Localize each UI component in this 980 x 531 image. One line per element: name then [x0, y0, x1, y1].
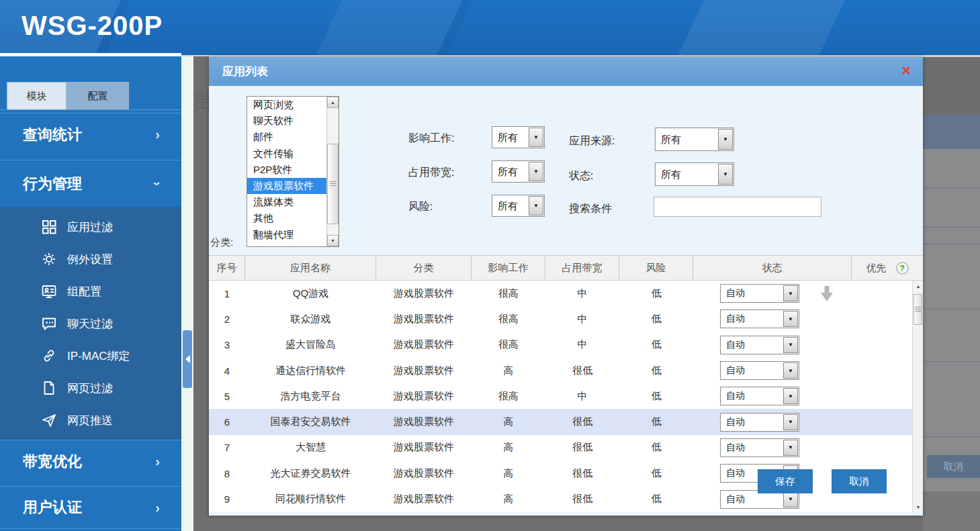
scroll-down-icon[interactable]: ▼	[327, 235, 339, 246]
table-row[interactable]: 9 同花顺行情软件 游戏股票软件 高 很低 低 自动▼	[209, 486, 923, 512]
scrollbar-thumb[interactable]	[914, 294, 922, 325]
sidebar-section-behavior-mgmt[interactable]: 行为管理 ›	[0, 160, 181, 207]
dropdown-arrow-icon[interactable]: ▼	[783, 491, 798, 508]
list-item[interactable]: P2P软件	[247, 162, 327, 178]
screen: WSG-200P 模块 配置 查询统计 › 行为管理 › 应用过滤 例外设置	[0, 0, 980, 531]
tab-config[interactable]: 配置	[66, 82, 129, 110]
risk-filter-select[interactable]: 所有 ▼	[492, 195, 545, 217]
col-header-seq: 序号	[209, 256, 245, 280]
search-label: 搜索条件	[569, 202, 612, 216]
help-icon[interactable]: ?	[896, 262, 909, 275]
scroll-down-icon[interactable]: ▼	[913, 501, 924, 512]
dimmed-background-right: 取消	[923, 57, 980, 531]
dropdown-arrow-icon[interactable]: ▼	[783, 363, 798, 379]
dimmed-background-bottom	[193, 516, 923, 531]
save-button[interactable]: 保存	[758, 469, 813, 493]
dialog-titlebar: 应用列表 ×	[209, 57, 923, 86]
status-select[interactable]: 自动▼	[720, 309, 799, 328]
list-item[interactable]: 邮件	[247, 129, 327, 145]
priority-down-icon[interactable]	[819, 285, 834, 303]
select-value: 所有	[498, 199, 518, 212]
status-filter-select[interactable]: 所有 ▼	[655, 162, 734, 186]
sidebar-gutter	[181, 56, 193, 531]
table-row[interactable]: 1 QQ游戏 游戏股票软件 很高 中 低 自动▼	[209, 281, 923, 306]
table-row[interactable]: 4 通达信行情软件 游戏股票软件 高 很低 低 自动▼	[209, 358, 923, 383]
status-select[interactable]: 自动▼	[720, 361, 799, 380]
impact-filter-select[interactable]: 所有 ▼	[492, 126, 545, 148]
bandwidth-filter-select[interactable]: 所有 ▼	[492, 160, 545, 183]
status-select[interactable]: 自动▼	[720, 387, 799, 405]
sidebar-section-user-auth[interactable]: 用户认证 ›	[0, 486, 181, 529]
scroll-up-icon[interactable]: ▲	[327, 97, 339, 108]
list-item[interactable]: 未知分类	[247, 243, 327, 246]
dropdown-arrow-icon[interactable]: ▼	[783, 440, 798, 456]
sidebar-item-label: 网页推送	[67, 413, 113, 428]
dropdown-arrow-icon[interactable]: ▼	[783, 414, 798, 430]
sidebar-item-app-filter[interactable]: 应用过滤	[0, 213, 181, 240]
app-list-dialog: 应用列表 × 网页浏览 聊天软件 邮件 文件传输 P2P软件 游戏股票软件 流媒…	[209, 57, 923, 516]
cancel-button[interactable]: 取消	[832, 469, 887, 493]
col-header-category: 分类	[376, 256, 472, 280]
table-row[interactable]: 8 光大证券交易软件 游戏股票软件 高 很低 低 自动▼	[209, 461, 923, 486]
table-scrollbar[interactable]: ▲ ▼	[912, 281, 923, 512]
status-select[interactable]: 自动▼	[720, 336, 799, 354]
dropdown-arrow-icon[interactable]: ▼	[718, 164, 733, 185]
col-header-bandwidth: 占用带宽	[545, 256, 619, 280]
search-input[interactable]	[654, 197, 821, 217]
grid-icon	[40, 218, 58, 236]
id-card-icon	[40, 283, 58, 300]
list-item[interactable]: 其他	[247, 210, 327, 226]
col-header-name: 应用名称	[245, 256, 376, 280]
dropdown-arrow-icon[interactable]: ▼	[783, 388, 798, 404]
sidebar-section-query-stats[interactable]: 查询统计 ›	[0, 113, 181, 156]
dropdown-arrow-icon[interactable]: ▼	[783, 285, 798, 301]
select-value: 所有	[498, 131, 518, 144]
dimmed-panel	[923, 57, 980, 115]
dropdown-arrow-icon[interactable]: ▼	[783, 337, 798, 353]
table-row[interactable]: 3 盛大冒险岛 游戏股票软件 很高 中 低 自动▼	[209, 332, 923, 358]
status-select[interactable]: 自动▼	[720, 284, 799, 303]
chevron-right-icon: ›	[155, 454, 160, 469]
list-item[interactable]: 网页浏览	[247, 97, 327, 113]
dropdown-arrow-icon[interactable]: ▼	[783, 311, 798, 327]
scroll-up-icon[interactable]: ▲	[913, 281, 924, 291]
list-item[interactable]: 翻墙代理	[247, 227, 327, 243]
dropdown-arrow-icon[interactable]: ▼	[529, 196, 543, 215]
sidebar-item-label: 应用过滤	[67, 220, 113, 235]
save-button-label: 保存	[775, 475, 795, 488]
list-item[interactable]: 流媒体类	[247, 194, 327, 210]
category-label: 分类:	[210, 236, 233, 249]
list-item[interactable]: 文件传输	[247, 146, 327, 162]
source-filter-select[interactable]: 所有 ▼	[655, 128, 734, 151]
list-item-selected[interactable]: 游戏股票软件	[247, 178, 327, 194]
dropdown-arrow-icon[interactable]: ▼	[529, 162, 543, 181]
chevron-right-icon: ›	[155, 500, 160, 516]
tab-module[interactable]: 模块	[7, 82, 66, 110]
sidebar-item-ip-mac-binding[interactable]: IP-MAC绑定	[0, 342, 181, 369]
sidebar-section-bandwidth-opt[interactable]: 带宽优化 ›	[0, 440, 181, 483]
status-select[interactable]: 自动▼	[720, 438, 799, 457]
sidebar-item-group-config[interactable]: 组配置	[0, 278, 181, 305]
status-select[interactable]: 自动▼	[720, 413, 799, 432]
section-label: 查询统计	[23, 125, 82, 145]
table-row[interactable]: 7 大智慧 游戏股票软件 高 很低 低 自动▼	[209, 435, 923, 461]
dimmed-table-header	[923, 115, 980, 149]
table-row[interactable]: 5 浩方电竞平台 游戏股票软件 很高 中 低 自动▼	[209, 383, 923, 409]
scrollbar-thumb[interactable]	[327, 144, 339, 224]
sidebar: 模块 配置 查询统计 › 行为管理 › 应用过滤 例外设置	[0, 56, 181, 531]
dropdown-arrow-icon[interactable]: ▼	[718, 129, 733, 150]
dialog-body: 网页浏览 聊天软件 邮件 文件传输 P2P软件 游戏股票软件 流媒体类 其他 翻…	[209, 86, 923, 516]
sidebar-item-chat-filter[interactable]: 聊天过滤	[0, 310, 181, 337]
sidebar-item-web-push[interactable]: 网页推送	[0, 407, 181, 434]
sidebar-collapse-handle[interactable]	[183, 330, 192, 388]
chevron-right-icon: ›	[155, 127, 160, 142]
list-item[interactable]: 聊天软件	[247, 113, 327, 129]
dropdown-arrow-icon[interactable]: ▼	[529, 128, 543, 147]
close-icon[interactable]: ×	[901, 61, 911, 80]
sidebar-item-web-filter[interactable]: 网页过滤	[0, 375, 181, 401]
table-row-selected[interactable]: 6 国泰君安交易软件 游戏股票软件 高 很低 低 自动▼	[209, 409, 923, 434]
sidebar-item-exception-settings[interactable]: 例外设置	[0, 246, 181, 273]
col-header-risk: 风险	[619, 256, 693, 280]
table-row[interactable]: 2 联众游戏 游戏股票软件 很高 中 低 自动▼	[209, 306, 923, 332]
listbox-scrollbar[interactable]: ▲ ▼	[326, 97, 339, 246]
